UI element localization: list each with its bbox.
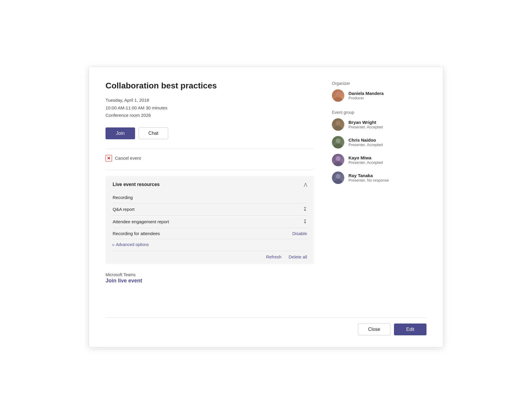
member-info-3: Ray Tanaka Presenter, No response (348, 173, 389, 182)
member-info-2: Kayo Miwa Presenter, Accepted (348, 155, 383, 165)
delete-all-link[interactable]: Delete all (288, 254, 307, 259)
download-qa-icon[interactable]: ↧ (303, 206, 307, 212)
member-name-1: Chris Naidoo (348, 138, 383, 143)
organizer-name: Daniela Mandera (348, 91, 384, 96)
advanced-options-row[interactable]: ▹ Advanced options (113, 242, 307, 247)
join-live-event-link[interactable]: Join live event (106, 278, 142, 284)
svg-point-9 (334, 179, 342, 184)
event-dialog: Collaboration best practices Tuesday, Ap… (89, 67, 443, 347)
event-meta: Tuesday, April 1, 2018 10:00 AM-11:00 AM… (106, 96, 314, 119)
chat-button[interactable]: Chat (139, 127, 168, 139)
resource-recording-attendees-label: Recording for attendees (113, 231, 160, 236)
resource-recording: Recording (113, 192, 307, 203)
organizer-info: Daniela Mandera Producer (348, 91, 384, 100)
member-role-2: Presenter, Accepted (348, 160, 383, 165)
svg-point-4 (336, 138, 340, 143)
member-row-0: Bryan Wright Presenter, Accepted (332, 118, 426, 131)
resources-header: Live event resources ⋀ (113, 182, 307, 187)
member-role-3: Presenter, No response (348, 178, 389, 182)
member-avatar-2 (332, 154, 344, 166)
resource-attendee-label: Attendee engagement report (113, 219, 169, 224)
member-row-1: Chris Naidoo Presenter, Accepted (332, 136, 426, 148)
live-event-resources-card: Live event resources ⋀ Recording Q&A rep… (106, 176, 314, 264)
member-info-0: Bryan Wright Presenter, Accepted (348, 120, 383, 129)
svg-point-0 (336, 92, 340, 96)
organizer-row: Daniela Mandera Producer (332, 89, 426, 102)
left-panel: Collaboration best practices Tuesday, Ap… (106, 81, 314, 308)
resource-attendee: Attendee engagement report ↧ (113, 216, 307, 228)
event-group-section: Event group Bryan Wright Presenter, Acce… (332, 110, 426, 184)
member-row-2: Kayo Miwa Presenter, Accepted (332, 154, 426, 166)
svg-point-1 (334, 97, 342, 102)
dialog-footer: Close Edit (106, 317, 426, 335)
event-title: Collaboration best practices (106, 81, 314, 90)
member-name-3: Ray Tanaka (348, 173, 389, 178)
resources-title: Live event resources (113, 182, 160, 187)
divider-2 (106, 170, 314, 170)
member-name-2: Kayo Miwa (348, 155, 383, 160)
cancel-label: Cancel event (115, 156, 141, 161)
svg-point-2 (336, 121, 340, 125)
event-group-label: Event group (332, 110, 426, 115)
disable-link[interactable]: Disable (292, 231, 307, 236)
join-live-section: Microsoft Teams Join live event (106, 272, 314, 284)
svg-point-3 (334, 126, 342, 131)
svg-point-5 (334, 144, 342, 148)
svg-point-7 (334, 161, 342, 166)
cancel-event-row[interactable]: ✕ Cancel event (106, 155, 314, 161)
svg-point-6 (336, 156, 340, 161)
resource-recording-attendees: Recording for attendees Disable (113, 228, 307, 239)
cancel-icon: ✕ (106, 155, 112, 161)
resource-qa: Q&A report ↧ (113, 203, 307, 216)
organizer-label: Organizer (332, 81, 426, 86)
refresh-link[interactable]: Refresh (266, 254, 282, 259)
edit-button[interactable]: Edit (394, 324, 426, 335)
event-time: 10:00 AM-11:00 AM 30 minutes (106, 104, 314, 112)
join-button[interactable]: Join (106, 127, 135, 139)
member-info-1: Chris Naidoo Presenter, Accepted (348, 138, 383, 147)
advanced-options-arrow: ▹ (113, 242, 115, 247)
member-avatar-3 (332, 172, 344, 184)
organizer-avatar (332, 89, 344, 102)
resource-qa-label: Q&A report (113, 207, 134, 212)
member-role-0: Presenter, Accepted (348, 125, 383, 129)
download-attendee-icon[interactable]: ↧ (303, 219, 307, 225)
resource-recording-label: Recording (113, 195, 133, 200)
member-name-0: Bryan Wright (348, 120, 383, 125)
resources-footer: Refresh Delete all (113, 251, 307, 259)
member-role-1: Presenter, Accepted (348, 143, 383, 147)
svg-point-8 (336, 174, 340, 179)
main-content: Collaboration best practices Tuesday, Ap… (106, 81, 426, 308)
member-row-3: Ray Tanaka Presenter, No response (332, 172, 426, 184)
organizer-role: Producer (348, 96, 384, 100)
microsoft-teams-label: Microsoft Teams (106, 272, 314, 277)
member-avatar-0 (332, 118, 344, 131)
organizer-section: Organizer Daniela Mandera Producer (332, 81, 426, 102)
collapse-icon[interactable]: ⋀ (304, 182, 307, 187)
member-avatar-1 (332, 136, 344, 148)
action-buttons: Join Chat (106, 127, 314, 139)
event-date: Tuesday, April 1, 2018 (106, 96, 314, 104)
divider-1 (106, 149, 314, 149)
advanced-options-label: Advanced options (116, 242, 149, 247)
right-panel: Organizer Daniela Mandera Producer (332, 81, 426, 308)
close-button[interactable]: Close (358, 324, 390, 335)
event-location: Conference room 2026 (106, 111, 314, 119)
